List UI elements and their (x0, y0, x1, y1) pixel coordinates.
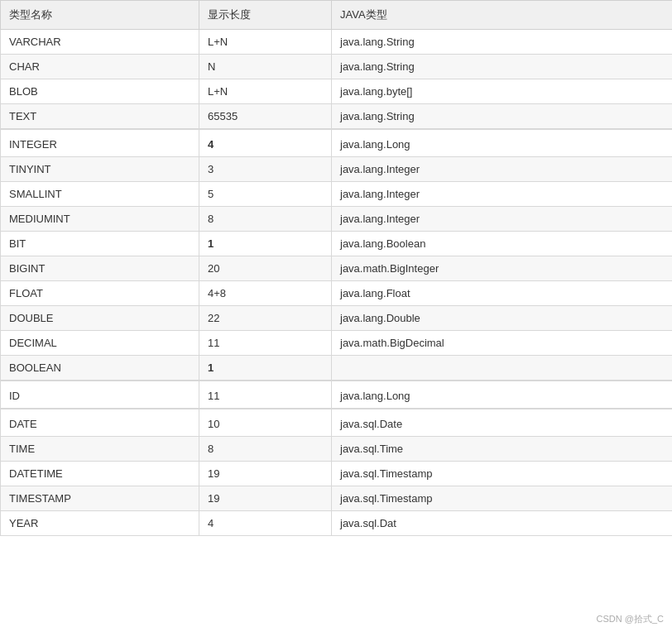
cell-type-name: MEDIUMINT (1, 207, 199, 232)
cell-java-type: java.lang.Integer (332, 157, 673, 182)
table-row: BLOBL+Njava.lang.byte[] (1, 79, 673, 104)
cell-type-name: TIMESTAMP (1, 486, 199, 511)
cell-display-length: 4 (199, 511, 332, 536)
cell-type-name: BIGINT (1, 256, 199, 281)
cell-type-name: TEXT (1, 104, 199, 130)
cell-type-name: SMALLINT (1, 182, 199, 207)
cell-type-name: BOOLEAN (1, 356, 199, 381)
cell-display-length: 4+8 (199, 281, 332, 306)
cell-type-name: INTEGER (1, 129, 199, 157)
cell-display-length: 4 (199, 129, 332, 157)
cell-display-length: L+N (199, 79, 332, 104)
cell-type-name: FLOAT (1, 281, 199, 306)
table-row: DATETIME19java.sql.Timestamp (1, 462, 673, 486)
cell-type-name: DATE (1, 409, 199, 437)
table-row: SMALLINT5java.lang.Integer (1, 182, 673, 207)
cell-java-type: java.sql.Timestamp (332, 486, 673, 511)
table-row: INTEGER4java.lang.Long (1, 129, 673, 157)
cell-java-type: java.lang.byte[] (332, 79, 673, 104)
cell-display-length: 22 (199, 306, 332, 331)
cell-java-type: java.lang.String (332, 55, 673, 79)
table-row: TIMESTAMP19java.sql.Timestamp (1, 486, 673, 511)
table-header: 类型名称 显示长度 JAVA类型 (1, 1, 673, 30)
cell-display-length: N (199, 55, 332, 79)
cell-java-type: java.sql.Dat (332, 511, 673, 536)
cell-java-type: java.sql.Timestamp (332, 462, 673, 486)
cell-display-length: 19 (199, 462, 332, 486)
cell-type-name: BIT (1, 232, 199, 256)
table-body: VARCHARL+Njava.lang.StringCHARNjava.lang… (1, 30, 673, 536)
header-display-length: 显示长度 (199, 1, 332, 30)
table-row: YEAR4java.sql.Dat (1, 511, 673, 536)
cell-display-length: 11 (199, 381, 332, 409)
cell-display-length: 8 (199, 437, 332, 462)
cell-type-name: DOUBLE (1, 306, 199, 331)
cell-type-name: BLOB (1, 79, 199, 104)
cell-type-name: CHAR (1, 55, 199, 79)
cell-display-length: 3 (199, 157, 332, 182)
cell-java-type: java.lang.Long (332, 381, 673, 409)
header-type-name: 类型名称 (1, 1, 199, 30)
cell-type-name: TIME (1, 437, 199, 462)
cell-java-type: java.lang.Boolean (332, 232, 673, 256)
cell-java-type: java.sql.Time (332, 437, 673, 462)
cell-display-length: 19 (199, 486, 332, 511)
cell-display-length: 10 (199, 409, 332, 437)
cell-java-type (332, 356, 673, 381)
table-row: DATE10java.sql.Date (1, 409, 673, 437)
cell-java-type: java.lang.Float (332, 281, 673, 306)
cell-java-type: java.sql.Date (332, 409, 673, 437)
cell-java-type: java.lang.Long (332, 129, 673, 157)
cell-type-name: DATETIME (1, 462, 199, 486)
cell-type-name: ID (1, 381, 199, 409)
cell-java-type: java.math.BigInteger (332, 256, 673, 281)
table-row: VARCHARL+Njava.lang.String (1, 30, 673, 55)
table-row: BIT1java.lang.Boolean (1, 232, 673, 256)
cell-type-name: TINYINT (1, 157, 199, 182)
cell-display-length: 8 (199, 207, 332, 232)
cell-display-length: 1 (199, 232, 332, 256)
cell-type-name: YEAR (1, 511, 199, 536)
cell-java-type: java.lang.Double (332, 306, 673, 331)
cell-java-type: java.lang.Integer (332, 207, 673, 232)
table-row: TIME8java.sql.Time (1, 437, 673, 462)
cell-type-name: DECIMAL (1, 331, 199, 356)
cell-java-type: java.lang.String (332, 30, 673, 55)
page-wrapper: 类型名称 显示长度 JAVA类型 VARCHARL+Njava.lang.Str… (0, 0, 672, 632)
table-row: BOOLEAN1 (1, 356, 673, 381)
table-row: MEDIUMINT8java.lang.Integer (1, 207, 673, 232)
watermark: CSDN @拾式_C (597, 613, 664, 625)
header-java-type: JAVA类型 (332, 1, 673, 30)
table-row: DECIMAL11java.math.BigDecimal (1, 331, 673, 356)
cell-display-length: 11 (199, 331, 332, 356)
cell-java-type: java.math.BigDecimal (332, 331, 673, 356)
table-row: ID11java.lang.Long (1, 381, 673, 409)
cell-type-name: VARCHAR (1, 30, 199, 55)
cell-java-type: java.lang.String (332, 104, 673, 130)
cell-display-length: L+N (199, 30, 332, 55)
table-row: FLOAT4+8java.lang.Float (1, 281, 673, 306)
data-table: 类型名称 显示长度 JAVA类型 VARCHARL+Njava.lang.Str… (0, 0, 672, 536)
table-row: DOUBLE22java.lang.Double (1, 306, 673, 331)
cell-display-length: 65535 (199, 104, 332, 130)
cell-display-length: 1 (199, 356, 332, 381)
table-row: CHARNjava.lang.String (1, 55, 673, 79)
table-row: TEXT65535java.lang.String (1, 104, 673, 130)
cell-display-length: 20 (199, 256, 332, 281)
cell-display-length: 5 (199, 182, 332, 207)
table-row: BIGINT20java.math.BigInteger (1, 256, 673, 281)
cell-java-type: java.lang.Integer (332, 182, 673, 207)
table-row: TINYINT3java.lang.Integer (1, 157, 673, 182)
